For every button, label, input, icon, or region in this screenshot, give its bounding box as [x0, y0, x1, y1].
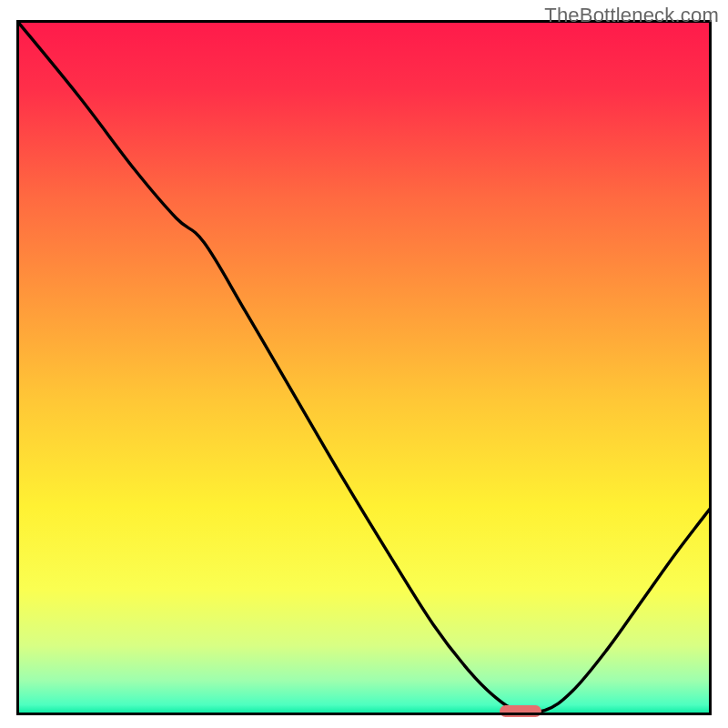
- optimum-marker: [500, 705, 541, 718]
- bottleneck-curve: [16, 20, 712, 713]
- chart-stage: TheBottleneck.com: [0, 0, 728, 728]
- plot-frame: [16, 20, 712, 715]
- curve-layer: [16, 20, 712, 715]
- watermark-text: TheBottleneck.com: [544, 4, 719, 27]
